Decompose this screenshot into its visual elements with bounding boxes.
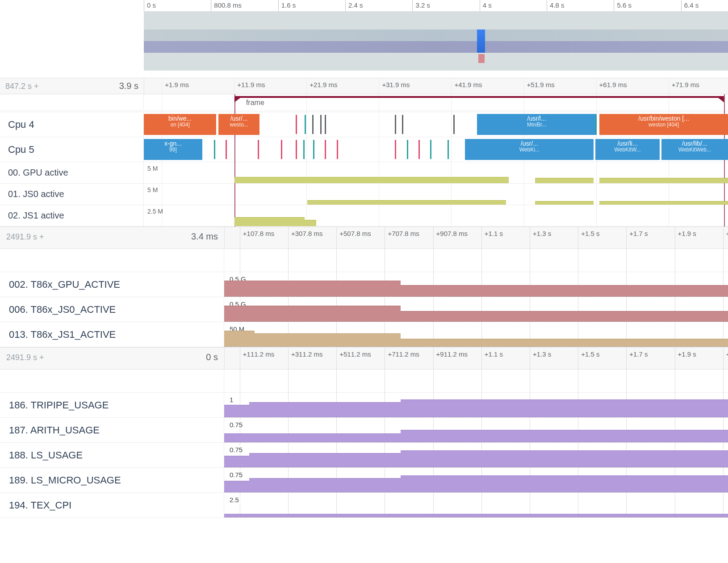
overview-band — [144, 41, 728, 53]
counter-row[interactable]: 188. LS_USAGE0.75 — [0, 443, 728, 468]
thread-slice[interactable]: /usr/li...WebKitW... — [595, 139, 660, 160]
thread-sliver[interactable] — [296, 115, 297, 134]
section-header: 2491.9 s + 0 s +111.2 ms+311.2 ms+511.2 … — [0, 347, 728, 370]
counter-row[interactable]: 006. T86x_JS0_ACTIVE0.5 G — [0, 297, 728, 322]
thread-sliver[interactable] — [226, 140, 227, 159]
cpu-track[interactable]: x-gn...99]/usr/...WebKi.../usr/li...WebK… — [144, 137, 728, 162]
counter-fill — [401, 339, 728, 347]
counter-row[interactable]: 187. ARITH_USAGE0.75 — [0, 418, 728, 443]
slice-title: /usr/li... — [617, 140, 637, 147]
time-tick: +1.7 s — [629, 230, 648, 237]
time-tick: +11.9 ms — [237, 81, 265, 88]
track-label: 02. JS1 active — [0, 205, 144, 226]
time-tick: +1.5 s — [581, 230, 599, 237]
frame-marker-row: frame — [0, 94, 728, 109]
thread-sliver[interactable] — [320, 115, 322, 134]
counter-max-label: 2.5 M — [147, 208, 163, 215]
counter-row[interactable]: 00. GPU active5 M — [0, 162, 728, 184]
counter-max-label: 5 M — [147, 186, 158, 193]
thread-sliver[interactable] — [305, 115, 306, 134]
time-tick: +1.9 s — [678, 230, 696, 237]
counter-fill — [307, 200, 506, 205]
section-header: 2491.9 s + 3.4 ms +107.8 ms+307.8 ms+507… — [0, 227, 728, 249]
time-axis[interactable]: +111.2 ms+311.2 ms+511.2 ms+711.2 ms+911… — [224, 348, 728, 369]
thread-sliver[interactable] — [325, 115, 326, 134]
time-tick: +907.8 ms — [436, 230, 468, 237]
counter-fill — [599, 201, 728, 205]
track-label: 194. TEX_CPI — [0, 493, 224, 517]
counter-row[interactable]: 194. TEX_CPI2.5 — [0, 493, 728, 518]
thread-sliver[interactable] — [430, 140, 431, 159]
time-tick: 1.6 s — [278, 0, 299, 11]
slice-subtitle: MiniBr... — [480, 122, 594, 128]
time-tick: 5.6 s — [614, 0, 634, 11]
counter-fill — [224, 405, 249, 417]
time-tick: +1.9 s — [678, 350, 696, 358]
thread-sliver[interactable] — [407, 140, 408, 159]
thread-sliver[interactable] — [448, 140, 449, 159]
thread-sliver[interactable] — [281, 140, 282, 159]
thread-sliver[interactable] — [325, 140, 326, 159]
cpu-track[interactable]: bin/we...on [404]/usr/...westo.../usr/l.… — [144, 112, 728, 137]
counter-row[interactable]: 186. TRIPIPE_USAGE1 — [0, 393, 728, 418]
counter-value-badge: 2.5 — [227, 496, 242, 504]
slice-title: /usr/lib/... — [682, 140, 707, 147]
thread-slice[interactable]: x-gn...99] — [144, 139, 202, 160]
time-axis[interactable]: +107.8 ms+307.8 ms+507.8 ms+707.8 ms+907… — [224, 227, 728, 248]
view-span-label: 0 s — [206, 352, 218, 362]
thread-sliver[interactable] — [296, 140, 297, 159]
counter-fill — [234, 177, 509, 183]
slice-title: x-gn... — [164, 140, 182, 147]
thread-slice[interactable]: /usr/bin/weston [...weston [404] — [599, 114, 728, 135]
time-tick: +307.8 ms — [291, 230, 322, 237]
thread-sliver[interactable] — [337, 140, 338, 159]
cpu-row[interactable]: Cpu 5 x-gn...99]/usr/...WebKi.../usr/li.… — [0, 137, 728, 162]
thread-sliver[interactable] — [402, 115, 403, 134]
thread-slice[interactable]: /usr/...westo... — [218, 114, 259, 135]
time-tick: +2 — [726, 230, 728, 237]
time-tick: +507.8 ms — [339, 230, 371, 237]
counter-row[interactable]: 01. JS0 active5 M — [0, 184, 728, 205]
track-label: Cpu 5 — [0, 137, 144, 162]
thread-sliver[interactable] — [313, 140, 314, 159]
overview-minimap[interactable]: 0 s800.8 ms1.6 s2.4 s3.2 s4 s4.8 s5.6 s6… — [0, 0, 728, 78]
thread-sliver[interactable] — [312, 115, 314, 134]
counter-row[interactable]: 02. JS1 active2.5 M — [0, 205, 728, 227]
time-tick: +311.2 ms — [291, 350, 322, 358]
counter-fill — [224, 331, 255, 347]
cpu-row[interactable]: Cpu 4 bin/we...on [404]/usr/...westo.../… — [0, 112, 728, 137]
time-tick: +1.3 s — [533, 350, 551, 358]
track-label: 188. LS_USAGE — [0, 443, 224, 467]
thread-slice[interactable]: /usr/lib/...WebKitWeb... — [661, 139, 728, 160]
time-tick: +107.8 ms — [243, 230, 274, 237]
counter-fill — [401, 475, 728, 492]
thread-sliver[interactable] — [595, 115, 597, 134]
time-tick: +1.3 s — [533, 230, 551, 237]
thread-slice[interactable]: /usr/...WebKi... — [465, 139, 594, 160]
thread-sliver[interactable] — [303, 140, 305, 159]
time-tick: +1.9 ms — [165, 81, 189, 88]
overview-marker[interactable] — [478, 54, 485, 63]
thread-sliver[interactable] — [395, 140, 396, 159]
counter-row[interactable]: 002. T86x_GPU_ACTIVE0.5 G — [0, 272, 728, 297]
track-label: Cpu 4 — [0, 112, 144, 137]
thread-sliver[interactable] — [395, 115, 396, 134]
time-axis[interactable]: +1.9 ms+11.9 ms+21.9 ms+31.9 ms+41.9 ms+… — [144, 78, 728, 94]
slice-subtitle: WebKitW... — [598, 147, 657, 153]
overview-band — [144, 12, 728, 29]
overview-gutter — [0, 0, 144, 78]
slice-subtitle: on [404] — [146, 122, 213, 128]
thread-sliver[interactable] — [453, 115, 455, 134]
slice-subtitle: WebKitWeb... — [664, 147, 725, 153]
counter-row[interactable]: 013. T86x_JS1_ACTIVE50 M — [0, 322, 728, 347]
time-tick: +1.1 s — [485, 230, 503, 237]
counter-row[interactable]: 189. LS_MICRO_USAGE0.75 — [0, 468, 728, 493]
thread-sliver[interactable] — [258, 140, 259, 159]
thread-slice[interactable]: /usr/l...MiniBr... — [477, 114, 597, 135]
thread-slice[interactable]: bin/we...on [404] — [144, 114, 216, 135]
thread-sliver[interactable] — [418, 140, 420, 159]
overview-marker[interactable] — [477, 29, 485, 53]
thread-sliver[interactable] — [214, 140, 215, 159]
track-label: 186. TRIPIPE_USAGE — [0, 393, 224, 417]
track-label: 00. GPU active — [0, 162, 144, 183]
